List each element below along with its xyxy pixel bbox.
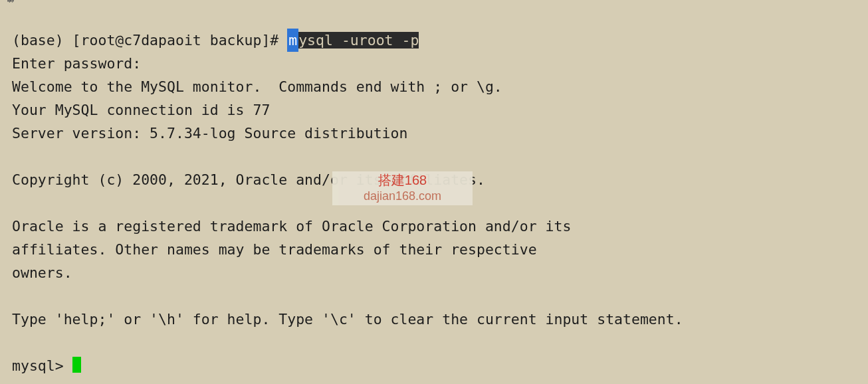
output-line: Server version: 5.7.34-log Source distri…: [12, 125, 407, 142]
window-left-strip: 绘图说: [0, 0, 7, 384]
watermark-badge: 搭建168 dajian168.com: [332, 171, 473, 205]
command-first-char: m: [288, 32, 297, 48]
output-line: owners.: [12, 264, 72, 281]
watermark-line1: 搭建168: [332, 172, 473, 188]
output-line: Welcome to the MySQL monitor. Commands e…: [12, 78, 502, 95]
watermark-line2: dajian168.com: [332, 188, 473, 204]
shell-prompt: (base) [root@c7dapaoit backup]#: [12, 32, 287, 48]
output-line: Type 'help;' or '\h' for help. Type '\c'…: [12, 311, 683, 328]
output-line: Oracle is a registered trademark of Orac…: [12, 218, 571, 235]
command-text: ysql -uroot -p: [298, 32, 419, 48]
mysql-prompt: mysql>: [12, 357, 72, 374]
output-line: Your MySQL connection id is 77: [12, 102, 270, 118]
output-line: Enter password:: [12, 55, 150, 72]
cursor-block-icon: [72, 357, 81, 373]
selection-highlight-icon: m: [287, 29, 298, 52]
output-line: affiliates. Other names may be trademark…: [12, 241, 537, 258]
